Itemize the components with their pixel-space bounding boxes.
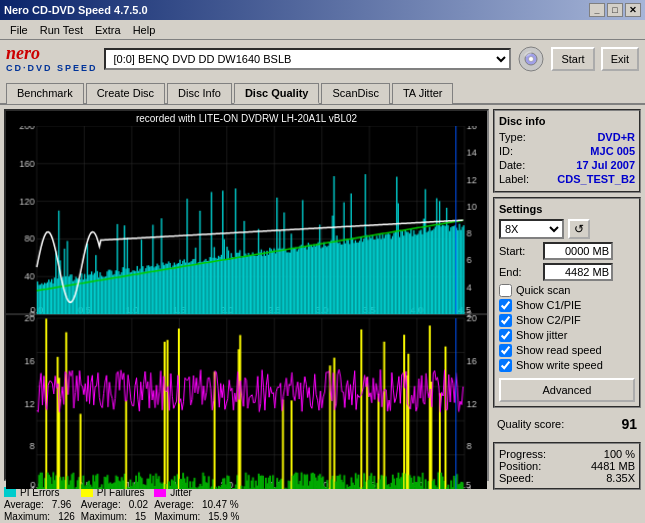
quality-score-value: 91 xyxy=(621,416,637,432)
menu-file[interactable]: File xyxy=(4,22,34,38)
pi-max-value: 126 xyxy=(58,511,75,522)
position-label: Position: xyxy=(499,460,541,472)
minimize-button[interactable]: _ xyxy=(589,3,605,17)
drive-selector[interactable]: [0:0] BENQ DVD DD DW1640 BSLB xyxy=(104,48,512,70)
exit-button[interactable]: Exit xyxy=(601,47,639,71)
quick-scan-label: Quick scan xyxy=(516,284,570,296)
maximize-button[interactable]: □ xyxy=(607,3,623,17)
pif-max-row: Maximum: 15 xyxy=(81,511,148,522)
pi-max-label: Maximum: xyxy=(4,511,50,522)
disc-id-label: ID: xyxy=(499,145,513,157)
tab-disc-quality[interactable]: Disc Quality xyxy=(234,83,320,104)
jitter-max-value: 15.9 % xyxy=(208,511,239,522)
end-input[interactable] xyxy=(543,263,613,281)
show-c2pif-label: Show C2/PIF xyxy=(516,314,581,326)
show-jitter-label: Show jitter xyxy=(516,329,567,341)
bottom-stats: PI Errors Average: 7.96 Maximum: 126 Tot… xyxy=(0,485,645,523)
speed-selector[interactable]: 8X 4X 12X 16X xyxy=(499,219,564,239)
jitter-avg-label: Average: xyxy=(154,499,194,510)
pi-max-row: Maximum: 126 xyxy=(4,511,75,522)
pi-avg-value: 7.96 xyxy=(52,499,71,510)
menu-bar: File Run Test Extra Help xyxy=(0,20,645,40)
disc-info-section: Disc info Type: DVD+R ID: MJC 005 Date: … xyxy=(493,109,641,193)
progress-value: 100 % xyxy=(604,448,635,460)
start-label: Start: xyxy=(499,245,539,257)
show-write-speed-label: Show write speed xyxy=(516,359,603,371)
menu-extra[interactable]: Extra xyxy=(89,22,127,38)
pi-failures-group: PI Failures Average: 0.02 Maximum: 15 To… xyxy=(81,487,148,523)
menu-help[interactable]: Help xyxy=(127,22,162,38)
disc-date-label: Date: xyxy=(499,159,525,171)
title-bar: Nero CD-DVD Speed 4.7.5.0 _ □ ✕ xyxy=(0,0,645,20)
tab-create-disc[interactable]: Create Disc xyxy=(86,83,165,104)
disc-label-row: Label: CDS_TEST_B2 xyxy=(499,173,635,185)
disc-type-row: Type: DVD+R xyxy=(499,131,635,143)
tab-ta-jitter[interactable]: TA Jitter xyxy=(392,83,454,104)
end-row: End: xyxy=(499,263,635,281)
start-row: Start: 0000 MB xyxy=(499,242,635,260)
disc-date-value: 17 Jul 2007 xyxy=(576,159,635,171)
progress-section: Progress: 100 % Position: 4481 MB Speed:… xyxy=(493,442,641,490)
quality-score-row: Quality score: 91 xyxy=(493,412,641,436)
show-read-speed-label: Show read speed xyxy=(516,344,602,356)
show-write-speed-row: Show write speed xyxy=(499,359,635,372)
advanced-button[interactable]: Advanced xyxy=(499,378,635,402)
pi-avg-label: Average: xyxy=(4,499,44,510)
nero-brand: nero xyxy=(6,44,98,64)
progress-row: Progress: 100 % xyxy=(499,448,635,460)
disc-icon xyxy=(517,45,545,73)
jitter-group: Jitter Average: 10.47 % Maximum: 15.9 % … xyxy=(154,487,239,523)
window-controls[interactable]: _ □ ✕ xyxy=(589,3,641,17)
show-c1pie-checkbox[interactable] xyxy=(499,299,512,312)
jitter-max-label: Maximum: xyxy=(154,511,200,522)
speed-row-progress: Speed: 8.35X xyxy=(499,472,635,484)
pi-avg-row: Average: 7.96 xyxy=(4,499,75,510)
pif-max-value: 15 xyxy=(135,511,146,522)
show-c2pif-checkbox[interactable] xyxy=(499,314,512,327)
menu-run-test[interactable]: Run Test xyxy=(34,22,89,38)
quality-score-label: Quality score: xyxy=(497,418,564,430)
show-read-speed-checkbox[interactable] xyxy=(499,344,512,357)
jitter-avg-value: 10.47 % xyxy=(202,499,239,510)
refresh-button[interactable]: ↺ xyxy=(568,219,590,239)
cdspeed-brand: CD·DVD SPEED xyxy=(6,64,98,74)
disc-type-value: DVD+R xyxy=(597,131,635,143)
disc-id-row: ID: MJC 005 xyxy=(499,145,635,157)
progress-label: Progress: xyxy=(499,448,546,460)
quick-scan-checkbox[interactable] xyxy=(499,284,512,297)
pif-avg-label: Average: xyxy=(81,499,121,510)
show-jitter-checkbox[interactable] xyxy=(499,329,512,342)
nero-logo: nero CD·DVD SPEED xyxy=(6,44,98,74)
tab-benchmark[interactable]: Benchmark xyxy=(6,83,84,104)
tab-scan-disc[interactable]: ScanDisc xyxy=(321,83,389,104)
start-input[interactable]: 0000 MB xyxy=(543,242,613,260)
svg-point-2 xyxy=(529,56,534,61)
pif-avg-row: Average: 0.02 xyxy=(81,499,148,510)
show-c1pie-label: Show C1/PIE xyxy=(516,299,581,311)
right-panel: Disc info Type: DVD+R ID: MJC 005 Date: … xyxy=(493,109,641,481)
pif-max-label: Maximum: xyxy=(81,511,127,522)
disc-info-title: Disc info xyxy=(499,115,635,127)
jitter-max-row: Maximum: 15.9 % xyxy=(154,511,239,522)
show-c2pif-row: Show C2/PIF xyxy=(499,314,635,327)
start-button[interactable]: Start xyxy=(551,47,594,71)
show-jitter-row: Show jitter xyxy=(499,329,635,342)
tab-disc-info[interactable]: Disc Info xyxy=(167,83,232,104)
show-write-speed-checkbox[interactable] xyxy=(499,359,512,372)
disc-label-value: CDS_TEST_B2 xyxy=(557,173,635,185)
disc-id-value: MJC 005 xyxy=(590,145,635,157)
disc-type-label: Type: xyxy=(499,131,526,143)
show-read-speed-row: Show read speed xyxy=(499,344,635,357)
tabs: Benchmark Create Disc Disc Info Disc Qua… xyxy=(0,78,645,105)
speed-row: 8X 4X 12X 16X ↺ xyxy=(499,219,635,239)
jitter-avg-row: Average: 10.47 % xyxy=(154,499,239,510)
settings-title: Settings xyxy=(499,203,635,215)
chart-area: recorded with LITE-ON DVDRW LH-20A1L vBL… xyxy=(4,109,489,481)
quick-scan-row: Quick scan xyxy=(499,284,635,297)
close-button[interactable]: ✕ xyxy=(625,3,641,17)
app-title: Nero CD-DVD Speed 4.7.5.0 xyxy=(4,4,148,16)
settings-section: Settings 8X 4X 12X 16X ↺ Start: 0000 MB … xyxy=(493,197,641,408)
end-label: End: xyxy=(499,266,539,278)
speed-label: Speed: xyxy=(499,472,534,484)
position-value: 4481 MB xyxy=(591,460,635,472)
